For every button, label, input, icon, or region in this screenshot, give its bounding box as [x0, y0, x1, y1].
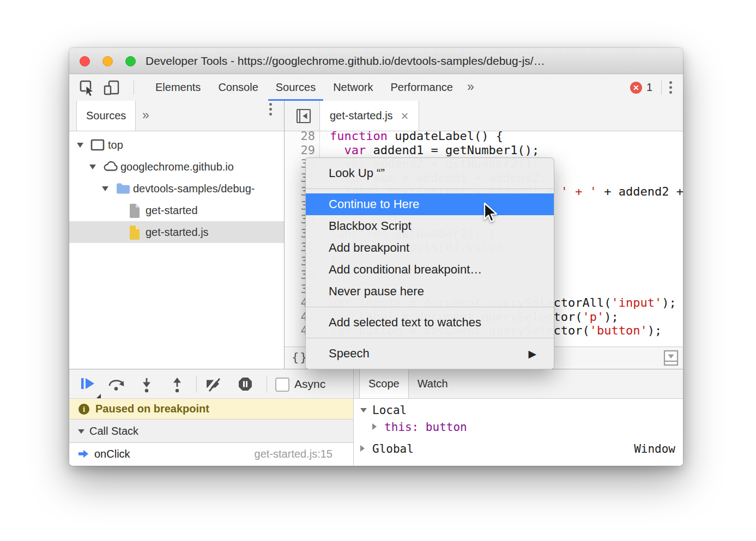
navigator-menu-icon[interactable]: [269, 103, 272, 106]
expanded-arrow-icon[interactable]: [360, 408, 367, 412]
toolbar-tab-elements[interactable]: Elements: [147, 74, 209, 101]
toolbar-right-cluster: ✕ 1: [630, 74, 672, 101]
async-label: Async: [294, 369, 325, 398]
menu-item-add-breakpoint[interactable]: Add breakpoint: [306, 237, 554, 259]
menu-item-never-pause-here[interactable]: Never pause here: [306, 281, 554, 302]
resume-script-button[interactable]: [79, 376, 95, 393]
tree-item-label: top: [108, 134, 123, 156]
editor-tab-bar: get-started.js ×: [285, 101, 683, 131]
toggle-navigator-icon[interactable]: [295, 108, 312, 126]
debugger-toolbar: Async: [69, 369, 353, 399]
toolbar-divider: [196, 376, 197, 392]
menu-item-blackbox-script[interactable]: Blackbox Script: [306, 215, 554, 237]
editor-tab-label: get-started.js: [330, 110, 393, 122]
navigator-more-tabs-icon[interactable]: »: [142, 101, 149, 130]
scope-entry-text: Local: [372, 402, 407, 418]
tree-item-top[interactable]: top: [69, 134, 284, 156]
error-count[interactable]: 1: [646, 81, 652, 94]
close-tab-icon[interactable]: ×: [401, 111, 409, 121]
tree-item-label: get-started.js: [146, 221, 209, 243]
current-frame-arrow-icon: [77, 448, 89, 462]
toolbar-divider: [661, 81, 662, 95]
code-line-28: 28function updateLabel() {: [285, 131, 683, 143]
minimize-window-button[interactable]: [102, 56, 113, 66]
tree-item-label: devtools-samples/debug-: [133, 178, 255, 199]
file-js-icon: [128, 224, 142, 243]
collapsed-arrow-icon[interactable]: [372, 423, 377, 430]
scope-entry-local[interactable]: Local: [354, 402, 683, 418]
scope-entry-text: this: button: [384, 419, 467, 435]
call-stack-header[interactable]: Call Stack: [69, 419, 353, 443]
zoom-window-button[interactable]: [125, 56, 136, 66]
pause-on-exceptions-button[interactable]: [237, 376, 253, 394]
title-bar[interactable]: Developer Tools - https://googlechrome.g…: [69, 48, 683, 74]
tree-item-googlechrome-github-io[interactable]: googlechrome.github.io: [69, 156, 284, 178]
toolbar-divider: [267, 376, 267, 392]
expand-arrow-icon[interactable]: [89, 165, 96, 169]
more-options-icon[interactable]: [669, 81, 672, 84]
menu-separator: [306, 338, 554, 338]
menu-item-speech[interactable]: Speech▶: [306, 343, 554, 364]
toolbar-tab-sources[interactable]: Sources: [267, 74, 324, 101]
menu-item-continue-to-here[interactable]: Continue to Here: [306, 193, 554, 215]
menu-item-add-conditional-breakpoint[interactable]: Add conditional breakpoint…: [306, 259, 554, 281]
editor-tab-get-started-js[interactable]: get-started.js ×: [319, 101, 419, 131]
scope-entry-this[interactable]: this: button: [354, 419, 683, 435]
debugger-pane: Async i Paused on breakpoint Call Stack …: [69, 369, 354, 466]
scope-pane: ScopeWatch Localthis: buttonGlobalWindow: [354, 369, 683, 466]
toolbar-tab-console[interactable]: Console: [209, 74, 267, 101]
line-number[interactable]: 29: [285, 143, 315, 157]
async-checkbox[interactable]: [275, 378, 289, 392]
tree-item-get-started[interactable]: get-started: [69, 199, 284, 221]
menu-item-add-selected-text-to-watches[interactable]: Add selected text to watches: [306, 312, 554, 333]
long-press-indicator: [96, 394, 101, 398]
toolbar-divider: [134, 81, 134, 95]
inspect-element-icon[interactable]: [79, 80, 95, 98]
tab-scope[interactable]: Scope: [359, 369, 409, 398]
menu-separator: [306, 189, 554, 189]
file-tree: topgooglechrome.github.iodevtools-sample…: [69, 134, 284, 369]
panel-tabs: ElementsConsoleSourcesNetworkPerformance…: [147, 74, 480, 101]
scope-entry-global[interactable]: GlobalWindow: [354, 441, 683, 457]
error-badge-icon[interactable]: ✕: [630, 82, 642, 94]
menu-item-look-up[interactable]: Look Up “”: [306, 162, 554, 184]
line-number[interactable]: 28: [285, 131, 315, 143]
tree-item-label: googlechrome.github.io: [120, 156, 234, 178]
device-toolbar-icon[interactable]: [103, 80, 120, 98]
step-into-button[interactable]: [139, 376, 154, 395]
file-navigator: Sources » topgooglechrome.github.iodevto…: [69, 101, 284, 369]
deactivate-breakpoints-button[interactable]: [204, 376, 222, 394]
toolbar-tab-network[interactable]: Network: [324, 74, 382, 101]
expand-arrow-icon[interactable]: [77, 143, 83, 148]
toolbar-tab-performance[interactable]: Performance: [382, 74, 462, 101]
tree-item-get-started-js[interactable]: get-started.js: [69, 221, 284, 243]
call-stack-title: Call Stack: [89, 420, 138, 442]
traffic-lights: [80, 56, 136, 66]
tree-item-label: get-started: [146, 199, 198, 221]
call-stack-list: onClickget-started.js:15: [69, 443, 353, 465]
scope-watch-tabs: ScopeWatch: [354, 369, 683, 399]
call-stack-frame-onclick[interactable]: onClickget-started.js:15: [69, 443, 353, 465]
panel-dropdown-icon[interactable]: [663, 349, 679, 369]
navigator-header: Sources »: [69, 101, 284, 131]
devtools-window: Developer Tools - https://googlechrome.g…: [69, 48, 683, 466]
tab-watch[interactable]: Watch: [409, 369, 457, 398]
mouse-cursor: [481, 202, 499, 226]
cloud-icon: [102, 159, 119, 176]
close-window-button[interactable]: [80, 56, 90, 66]
frame-function-name: onClick: [94, 443, 130, 465]
expand-arrow-icon[interactable]: [102, 186, 108, 191]
navigator-tab-sources[interactable]: Sources: [76, 101, 136, 131]
more-panels-icon[interactable]: »: [462, 74, 480, 101]
step-out-button[interactable]: [170, 376, 185, 395]
tree-item-devtools-samples-debug[interactable]: devtools-samples/debug-: [69, 178, 284, 199]
frame-location[interactable]: get-started.js:15: [255, 443, 332, 465]
menu-separator: [306, 307, 554, 307]
scope-entry-value: Window: [634, 441, 675, 457]
code-line-29: 29 var addend1 = getNumber1();: [285, 143, 683, 157]
collapsed-arrow-icon[interactable]: [360, 445, 365, 452]
step-over-button[interactable]: [107, 376, 125, 394]
window-title: Developer Tools - https://googlechrome.g…: [146, 48, 674, 74]
code-text[interactable]: var addend1 = getNumber1();: [330, 143, 539, 157]
code-text[interactable]: function updateLabel() {: [330, 131, 503, 143]
